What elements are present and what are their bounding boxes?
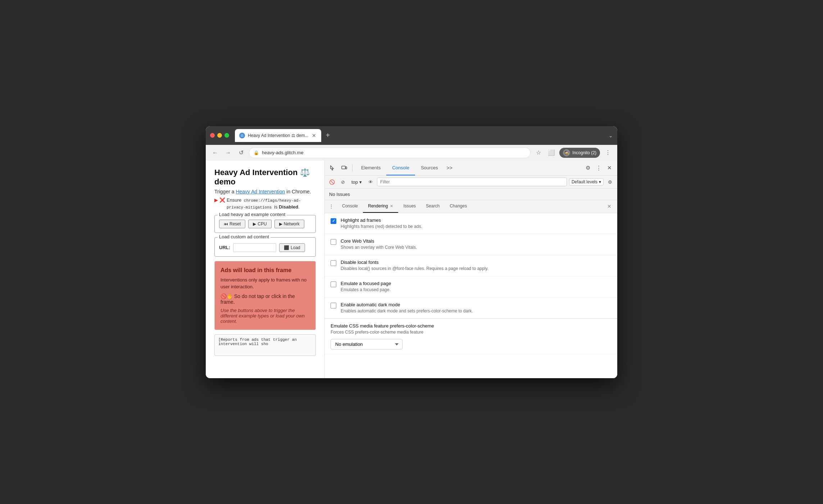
filter-toggle-button[interactable]: ⊘ <box>338 178 347 186</box>
core-web-vitals-title: Core Web Vitals <box>341 238 611 244</box>
url-field[interactable]: 🔒 heavy-ads.glitch.me <box>249 147 531 158</box>
flag-disabled: Disabled <box>279 204 298 210</box>
sub-tab-rendering[interactable]: Rendering ✕ <box>363 200 398 213</box>
sub-tabs: ⋮ Console Rendering ✕ Issues Search Chan… <box>325 200 617 213</box>
disable-local-fonts-text: Disable local fonts Disables local() sou… <box>341 260 611 272</box>
disable-local-fonts-item: Disable local fonts Disables local() sou… <box>325 255 617 276</box>
rendering-tab-close[interactable]: ✕ <box>390 204 393 209</box>
eye-icon-button[interactable]: 👁 <box>366 178 375 186</box>
core-web-vitals-desc: Shows an overlay with Core Web Vitals. <box>341 244 611 251</box>
devtools-actions: ⚙ ⋮ ✕ <box>583 163 614 173</box>
minimize-button[interactable] <box>217 133 222 138</box>
load-button[interactable]: ⬛ Load <box>279 243 305 252</box>
load-example-section: Load heavy ad example content ⏮ Reset ▶ … <box>214 215 316 233</box>
incognito-icon: 🕵 <box>563 149 570 156</box>
chrome-menu-button[interactable]: ⋮ <box>603 148 613 158</box>
tab-title: Heavy Ad Intervention ⚖ dem... <box>248 133 308 138</box>
highlight-ad-frames-item: Highlight ad frames Highlights frames (r… <box>325 213 617 234</box>
disable-local-fonts-checkbox[interactable] <box>331 260 336 266</box>
page-content: Heavy Ad Intervention ⚖️ demo Trigger a … <box>206 161 324 378</box>
close-drawer-button[interactable]: ✕ <box>604 203 614 209</box>
devtools-close-button[interactable]: ✕ <box>604 163 614 173</box>
highlight-ad-frames-checkbox[interactable] <box>331 218 336 224</box>
emulate-focused-page-desc: Emulates a focused page. <box>341 287 611 293</box>
active-tab[interactable]: ⚖ Heavy Ad Intervention ⚖ dem... ✕ <box>235 129 321 142</box>
no-emulation-select[interactable]: No emulationprefers-color-scheme: lightp… <box>331 339 403 349</box>
address-actions: ☆ ⬜ 🕵 Incognito (2) ⋮ <box>533 148 613 158</box>
highlight-ad-frames-text: Highlight ad frames Highlights frames (r… <box>341 217 611 230</box>
tab-sources[interactable]: Sources <box>415 161 444 176</box>
css-media-text: Emulate CSS media feature prefers-color-… <box>331 323 611 349</box>
page-subtitle: Trigger a Heavy Ad Intervention in Chrom… <box>214 189 316 194</box>
reload-button[interactable]: ↺ <box>236 148 246 158</box>
network-button[interactable]: ▶ Network <box>274 220 304 228</box>
sub-tab-issues[interactable]: Issues <box>398 200 421 213</box>
ad-frame: Ads will load in this frame Intervention… <box>214 261 316 330</box>
emulate-focused-page-item: Emulate a focused page Emulates a focuse… <box>325 276 617 298</box>
cast-button[interactable]: ⬜ <box>546 148 556 158</box>
back-button[interactable]: ← <box>210 148 220 158</box>
highlight-ad-frames-desc: Highlights frames (red) detected to be a… <box>341 224 611 230</box>
no-issues-text: No Issues <box>329 192 350 197</box>
console-settings-button[interactable]: ⚙ <box>606 178 614 186</box>
tab-list-chevron[interactable]: ⌄ <box>609 133 613 138</box>
ad-frame-title: Ads will load in this frame <box>220 267 310 274</box>
title-bar: ⚖ Heavy Ad Intervention ⚖ dem... ✕ + ⌄ <box>206 126 617 145</box>
incognito-label: Incognito (2) <box>572 150 596 155</box>
devtools-settings-button[interactable]: ⚙ <box>583 163 593 173</box>
cpu-button[interactable]: ▶ CPU <box>248 220 271 228</box>
filter-input[interactable] <box>377 178 567 186</box>
reset-icon: ⏮ <box>224 221 228 226</box>
sub-tab-console[interactable]: Console <box>337 200 363 213</box>
flag-x: ❌ <box>219 197 225 204</box>
maximize-button[interactable] <box>224 133 229 138</box>
sub-tab-changes[interactable]: Changes <box>445 200 472 213</box>
ad-frame-italic: Use the buttons above to trigger the dif… <box>220 308 310 324</box>
select-element-button[interactable] <box>328 163 338 173</box>
reset-button[interactable]: ⏮ Reset <box>219 220 245 228</box>
browser-window: ⚖ Heavy Ad Intervention ⚖ dem... ✕ + ⌄ ←… <box>206 126 617 378</box>
sub-tab-search[interactable]: Search <box>421 200 445 213</box>
tab-console[interactable]: Console <box>386 161 415 176</box>
cpu-icon: ▶ <box>253 221 256 226</box>
enable-dark-mode-text: Enable automatic dark mode Enables autom… <box>341 302 611 314</box>
device-toolbar-button[interactable] <box>339 163 349 173</box>
css-media-desc: Forces CSS prefers-color-scheme media fe… <box>331 329 611 335</box>
tab-close-button[interactable]: ✕ <box>311 133 317 138</box>
close-button[interactable] <box>210 133 215 138</box>
disable-local-fonts-desc: Disables local() sources in @font-face r… <box>341 266 611 272</box>
flag-note: ▶ ❌ Ensure chrome://flags/heavy-ad-priva… <box>214 197 316 211</box>
ad-frame-warning: 🚫🖐 So do not tap or click in the frame. <box>220 293 310 305</box>
disable-local-fonts-title: Disable local fonts <box>341 260 611 265</box>
css-media-title: Emulate CSS media feature prefers-color-… <box>331 323 611 329</box>
levels-dropdown[interactable]: Default levels ▾ <box>569 178 604 185</box>
tab-elements[interactable]: Elements <box>355 161 386 176</box>
new-tab-button[interactable]: + <box>323 130 333 141</box>
more-tabs-button[interactable]: >> <box>444 165 455 171</box>
bookmark-button[interactable]: ☆ <box>533 148 544 158</box>
custom-url-input[interactable] <box>233 243 276 252</box>
flag-arrow: ▶ <box>214 197 218 204</box>
devtools-toolbar: Elements Console Sources >> ⚙ ⋮ ✕ <box>325 161 617 176</box>
sub-tab-menu[interactable]: ⋮ <box>328 203 335 210</box>
levels-arrow: ▾ <box>599 179 601 184</box>
forward-button[interactable]: → <box>223 148 233 158</box>
clear-console-button[interactable]: 🚫 <box>328 178 336 186</box>
enable-dark-mode-checkbox[interactable] <box>331 303 336 308</box>
devtools-panel: Elements Console Sources >> ⚙ ⋮ ✕ <box>324 161 617 378</box>
core-web-vitals-checkbox[interactable] <box>331 239 336 245</box>
emulate-focused-page-checkbox[interactable] <box>331 281 336 287</box>
heavy-ad-link[interactable]: Heavy Ad Intervention <box>236 189 285 194</box>
url-row: URL: ⬛ Load <box>219 243 311 252</box>
url-text: heavy-ads.glitch.me <box>262 150 526 155</box>
rendering-content: Highlight ad frames Highlights frames (r… <box>325 213 617 378</box>
no-issues-bar: No Issues <box>325 189 617 200</box>
section1-legend: Load heavy ad example content <box>218 212 287 217</box>
tab-area: ⚖ Heavy Ad Intervention ⚖ dem... ✕ + ⌄ <box>235 129 613 142</box>
ad-frame-desc: Interventions only apply to frames with … <box>220 276 310 290</box>
devtools-more-button[interactable]: ⋮ <box>594 163 604 173</box>
reports-text: [Reports from ads that trigger an interv… <box>218 338 297 346</box>
core-web-vitals-text: Core Web Vitals Shows an overlay with Co… <box>341 238 611 251</box>
execution-context-dropdown[interactable]: top ▾ <box>349 179 364 185</box>
example-buttons: ⏮ Reset ▶ CPU ▶ Network <box>219 220 311 228</box>
